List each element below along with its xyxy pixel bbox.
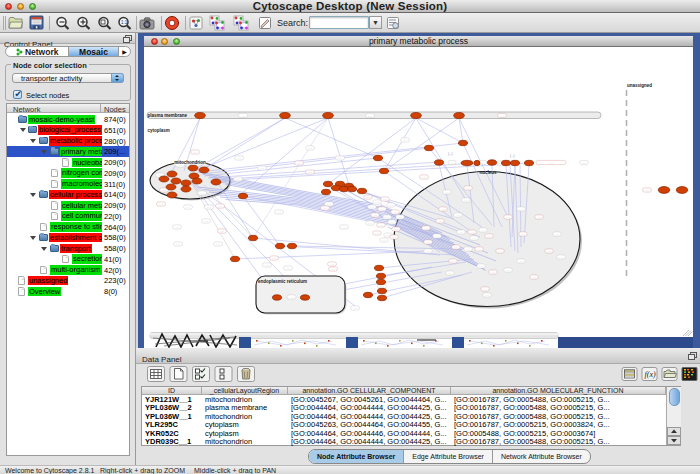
svg-text:(...): (...) — [454, 246, 458, 249]
svg-text:(...): (...) — [477, 248, 481, 251]
svg-text:(...): (...) — [445, 191, 449, 194]
svg-text:(...): (...) — [519, 208, 523, 211]
svg-text:(...): (...) — [297, 162, 301, 165]
svg-text:(...): (...) — [207, 206, 211, 209]
svg-text:nucleus: nucleus — [479, 170, 497, 175]
svg-text:(...): (...) — [380, 285, 384, 288]
svg-text:(...): (...) — [450, 162, 454, 165]
svg-text:(...): (...) — [241, 115, 245, 118]
svg-text:(...): (...) — [368, 222, 372, 225]
svg-text:(...): (...) — [448, 272, 452, 275]
svg-text:(...): (...) — [487, 235, 491, 238]
svg-text:(...): (...) — [286, 267, 290, 270]
svg-text:(...): (...) — [277, 211, 281, 214]
svg-text:(...): (...) — [385, 216, 389, 219]
svg-text:mitochondrion: mitochondrion — [174, 160, 206, 165]
svg-text:(...): (...) — [448, 152, 453, 156]
svg-text:unassigned: unassigned — [627, 83, 652, 88]
svg-text:(...): (...) — [498, 250, 502, 253]
svg-text:(...): (...) — [373, 214, 377, 217]
svg-text:(...): (...) — [547, 250, 551, 253]
svg-text:(...): (...) — [532, 276, 536, 279]
svg-text:(...): (...) — [193, 151, 197, 154]
svg-text:(...): (...) — [353, 307, 357, 310]
svg-text:(...): (...) — [491, 271, 495, 274]
svg-text:1:1: 1:1 — [121, 20, 128, 25]
svg-text:(...): (...) — [159, 203, 163, 206]
svg-text:(...): (...) — [390, 221, 394, 224]
svg-text:(...): (...) — [470, 231, 474, 234]
svg-text:(...): (...) — [272, 257, 276, 260]
svg-text:(...): (...) — [466, 248, 470, 251]
svg-text:(...): (...) — [379, 224, 383, 227]
svg-text:(...): (...) — [323, 207, 327, 210]
svg-text:(...): (...) — [178, 164, 182, 167]
svg-text:(...): (...) — [308, 171, 312, 174]
svg-text:(...): (...) — [162, 189, 166, 192]
svg-text:(...): (...) — [403, 139, 407, 142]
svg-text:(...): (...) — [549, 162, 553, 165]
svg-text:(...): (...) — [481, 162, 485, 165]
svg-text:(...): (...) — [506, 269, 510, 272]
svg-text:(...): (...) — [645, 189, 649, 192]
svg-text:(...): (...) — [555, 233, 559, 236]
svg-text:(...): (...) — [521, 233, 525, 236]
svg-text:(...): (...) — [519, 260, 523, 263]
svg-text:(...): (...) — [426, 250, 430, 253]
svg-text:(...): (...) — [375, 232, 379, 235]
svg-text:(...): (...) — [236, 178, 240, 181]
svg-text:(...): (...) — [459, 231, 463, 234]
svg-text:(...): (...) — [472, 237, 476, 240]
svg-text:(...): (...) — [500, 115, 504, 118]
svg-text:(...): (...) — [237, 157, 241, 160]
svg-text:(...): (...) — [220, 230, 224, 233]
svg-text:(...): (...) — [368, 115, 372, 118]
svg-text:(...): (...) — [290, 296, 294, 299]
svg-text:(...): (...) — [422, 176, 426, 179]
svg-text:(...): (...) — [204, 220, 208, 223]
svg-text:(...): (...) — [176, 243, 180, 246]
svg-text:(...): (...) — [441, 208, 445, 211]
svg-text:(...): (...) — [260, 167, 264, 170]
svg-text:(...): (...) — [466, 187, 470, 190]
svg-text:(...): (...) — [464, 199, 468, 202]
svg-text:(...): (...) — [393, 211, 397, 214]
svg-text:(...): (...) — [330, 263, 334, 266]
svg-text:(...): (...) — [435, 235, 439, 238]
svg-text:(...): (...) — [582, 162, 586, 165]
svg-text:endoplasmic reticulum: endoplasmic reticulum — [258, 279, 307, 284]
svg-text:(...): (...) — [485, 294, 489, 297]
svg-text:(...): (...) — [175, 226, 179, 229]
svg-text:(...): (...) — [216, 243, 220, 246]
svg-text:(...): (...) — [366, 196, 370, 199]
svg-text:(...): (...) — [370, 206, 374, 209]
svg-text:(...): (...) — [456, 214, 460, 217]
svg-text:(...): (...) — [438, 220, 442, 223]
svg-text:cytoplasm: cytoplasm — [148, 128, 170, 133]
svg-text:(...): (...) — [479, 265, 483, 268]
svg-text:(...): (...) — [424, 227, 428, 230]
svg-text:(...): (...) — [537, 216, 541, 219]
svg-text:(...): (...) — [451, 260, 455, 263]
svg-text:(...): (...) — [380, 208, 384, 211]
svg-text:f(x): f(x) — [645, 370, 656, 379]
svg-text:plasma membrane: plasma membrane — [148, 113, 188, 118]
svg-text:(...): (...) — [481, 229, 485, 232]
svg-text:(...): (...) — [398, 216, 402, 219]
svg-text:(...): (...) — [483, 288, 487, 291]
svg-text:(...): (...) — [308, 147, 312, 150]
svg-text:(...): (...) — [383, 198, 387, 201]
svg-text:(...): (...) — [186, 206, 190, 209]
svg-text:(...): (...) — [200, 192, 204, 195]
svg-text:(...): (...) — [394, 228, 398, 231]
svg-text:(...): (...) — [426, 241, 430, 244]
svg-text:(...): (...) — [382, 239, 386, 242]
svg-text:(...): (...) — [559, 256, 563, 259]
svg-text:(...): (...) — [389, 204, 393, 207]
svg-text:(...): (...) — [218, 205, 222, 208]
svg-text:(...): (...) — [392, 236, 396, 239]
svg-text:(...): (...) — [386, 234, 390, 237]
svg-text:(...): (...) — [331, 268, 335, 271]
svg-text:(...): (...) — [338, 157, 342, 160]
svg-text:(...): (...) — [342, 226, 346, 229]
